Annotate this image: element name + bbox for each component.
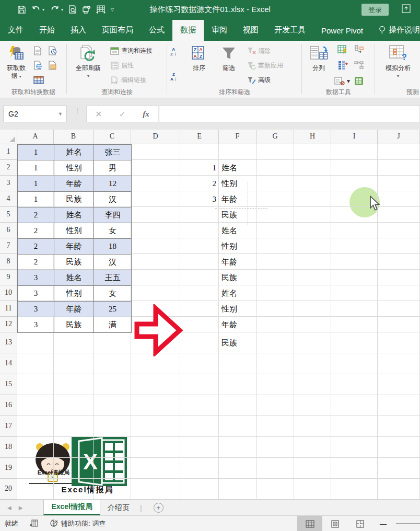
page-layout-view-icon[interactable] [322, 516, 347, 531]
column-header-H[interactable]: H [294, 130, 331, 144]
accessibility-status[interactable]: 辅助功能: 调查 [61, 519, 106, 528]
cell-C6[interactable]: 女 [94, 223, 132, 239]
add-sheet-button[interactable]: + [145, 500, 164, 515]
formula-bar-resize-handle[interactable]: ⋮ [74, 109, 81, 112]
select-all-corner[interactable] [0, 130, 17, 144]
customize-qat-dropdown-icon[interactable]: ▽ [111, 7, 114, 12]
ribbon-tab-1[interactable]: 开始 [31, 20, 63, 41]
row-header-11[interactable]: 11 [0, 301, 17, 317]
redo-dropdown-icon[interactable]: ▾ [61, 7, 63, 12]
cell-F13[interactable]: 民族 [219, 332, 256, 353]
row-header-9[interactable]: 9 [0, 270, 17, 285]
row-header-18[interactable]: 18 [0, 437, 17, 458]
name-box[interactable]: G2 ▼ [3, 106, 67, 122]
formula-input[interactable] [159, 106, 420, 122]
row-header-12[interactable]: 12 [0, 317, 17, 332]
cell-F8[interactable]: 年龄 [219, 254, 256, 270]
cell-C7[interactable]: 18 [94, 238, 132, 255]
data-validation-icon[interactable]: ▾ [334, 75, 350, 87]
cell-C1[interactable]: 张三 [94, 144, 132, 160]
cell-E4[interactable]: 3 [180, 191, 219, 207]
sheet-prev-icon[interactable]: ◀ [7, 505, 11, 511]
ribbon-tab-2[interactable]: 插入 [63, 20, 94, 41]
redo-icon[interactable]: ▾ [50, 6, 63, 14]
row-header-6[interactable]: 6 [0, 223, 17, 238]
row-header-19[interactable]: 19 [0, 458, 17, 479]
cell-F7[interactable]: 性别 [219, 238, 256, 254]
column-header-I[interactable]: I [331, 130, 378, 144]
insert-function-icon[interactable]: fx [143, 110, 149, 119]
queries-connections-button[interactable]: 查询和连接 [110, 45, 153, 56]
cell-A6[interactable]: 2 [17, 223, 54, 239]
from-web-icon[interactable] [33, 60, 42, 71]
row-header-13[interactable]: 13 [0, 332, 17, 353]
cell-F12[interactable]: 年龄 [219, 317, 256, 332]
ribbon-tab-6[interactable]: 审阅 [204, 20, 235, 41]
page-break-preview-icon[interactable] [347, 516, 372, 531]
cell-C8[interactable]: 汉 [94, 254, 132, 270]
row-header-5[interactable]: 5 [0, 207, 17, 223]
ribbon-tab-5[interactable]: 数据 [172, 20, 204, 41]
row-header-10[interactable]: 10 [0, 285, 17, 301]
data-validation-dropdown-icon[interactable]: ▾ [347, 77, 350, 85]
enter-icon[interactable]: ✓ [119, 109, 126, 119]
cell-B12[interactable]: 民族 [54, 317, 94, 333]
column-header-J[interactable]: J [378, 130, 420, 144]
normal-view-icon[interactable] [297, 516, 322, 531]
row-header-2[interactable]: 2 [0, 160, 17, 176]
column-header-A[interactable]: A [17, 130, 54, 144]
cell-F11[interactable]: 性别 [219, 301, 256, 317]
cell-B11[interactable]: 年龄 [54, 301, 94, 317]
remove-duplicates-icon[interactable] [337, 60, 348, 71]
cancel-icon[interactable]: ✕ [95, 109, 102, 119]
cell-F6[interactable]: 姓名 [219, 223, 256, 238]
cell-F9[interactable]: 民族 [219, 270, 256, 285]
cell-B1[interactable]: 姓名 [54, 144, 94, 160]
column-header-C[interactable]: C [94, 130, 131, 144]
cell-B4[interactable]: 民族 [54, 191, 94, 207]
ribbon-tab-10[interactable]: 操作说明搜索 [371, 20, 420, 41]
table-width-icon[interactable] [96, 5, 106, 14]
row-header-14[interactable]: 14 [0, 353, 17, 374]
existing-connections-icon[interactable] [48, 60, 57, 71]
cell-C2[interactable]: 男 [94, 160, 132, 176]
undo-icon[interactable]: ▾ [31, 6, 44, 14]
relationships-icon[interactable] [354, 60, 364, 71]
sheet-next-icon[interactable]: ▶ [19, 505, 23, 511]
ribbon-tab-3[interactable]: 页面布局 [94, 20, 141, 41]
cell-B2[interactable]: 性别 [54, 160, 94, 176]
cell-A12[interactable]: 3 [17, 317, 54, 333]
cell-A1[interactable]: 1 [17, 144, 54, 160]
cell-C5[interactable]: 李四 [94, 207, 132, 223]
ribbon-display-options-icon[interactable] [402, 4, 411, 15]
cell-C9[interactable]: 王五 [94, 270, 132, 286]
cell-A8[interactable]: 2 [17, 254, 54, 270]
cell-A9[interactable]: 3 [17, 270, 54, 286]
text-to-columns-button[interactable]: 分列 [305, 44, 332, 72]
zoom-out-icon[interactable]: — [380, 520, 387, 528]
ribbon-tab-0[interactable]: 文件 [0, 20, 31, 41]
cell-F5[interactable]: 民族 [219, 207, 256, 223]
refresh-all-button[interactable]: 全部刷新 ▾ [72, 44, 104, 80]
cell-F4[interactable]: 年龄 [219, 191, 256, 207]
ribbon-tab-8[interactable]: 开发工具 [266, 20, 313, 41]
cell-B10[interactable]: 性别 [54, 285, 94, 302]
cell-A10[interactable]: 3 [17, 285, 54, 302]
cell-C12[interactable]: 满 [94, 317, 132, 333]
cell-F2[interactable]: 姓名 [219, 160, 256, 176]
cell-A7[interactable]: 2 [17, 238, 54, 255]
cell-B6[interactable]: 性别 [54, 223, 94, 239]
name-box-dropdown-icon[interactable]: ▼ [58, 106, 63, 122]
save-icon[interactable] [18, 6, 26, 14]
cell-B7[interactable]: 年龄 [54, 238, 94, 255]
row-header-20[interactable]: 20 [0, 479, 17, 500]
ribbon-tab-7[interactable]: 视图 [235, 20, 266, 41]
cell-C11[interactable]: 25 [94, 301, 132, 317]
get-data-button[interactable]: 获取数 据 ▾ [2, 44, 30, 80]
ribbon-tab-4[interactable]: 公式 [141, 20, 172, 41]
cell-A4[interactable]: 1 [17, 191, 54, 207]
cell-A3[interactable]: 1 [17, 176, 54, 192]
row-header-8[interactable]: 8 [0, 254, 17, 270]
from-table-range-icon[interactable] [33, 74, 44, 86]
column-header-E[interactable]: E [180, 130, 219, 144]
